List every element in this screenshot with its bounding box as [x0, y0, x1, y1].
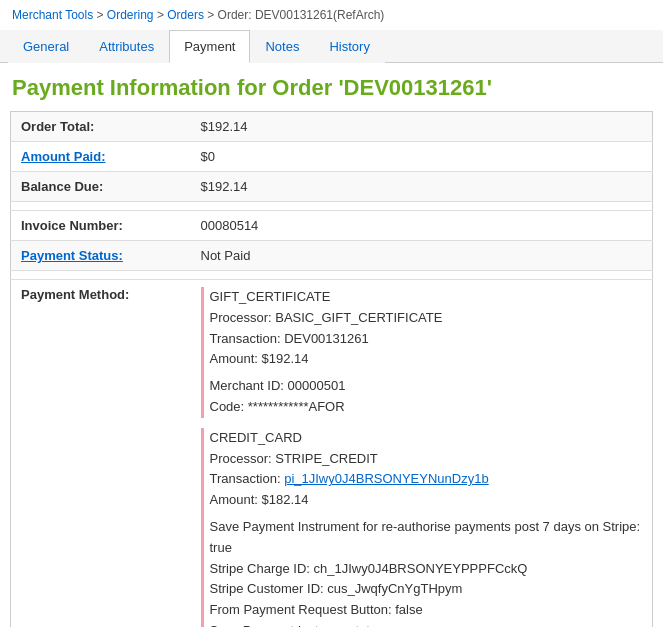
pm-line: Amount: $182.14 — [210, 490, 643, 511]
pm-line: Transaction: pi_1JIwy0J4BRSONYEYNunDzy1b — [210, 469, 643, 490]
tab-attributes[interactable]: Attributes — [84, 30, 169, 63]
field-value-invoice-number: 00080514 — [191, 211, 653, 241]
breadcrumb-current: Order: DEV00131261(RefArch) — [218, 8, 385, 22]
field-label-payment-status: Payment Status: — [11, 241, 191, 271]
pm-line: Processor: BASIC_GIFT_CERTIFICATE — [210, 308, 643, 329]
field-value-balance-due: $192.14 — [191, 172, 653, 202]
pm-line: Stripe Charge ID: ch_1JIwy0J4BRSONYEYPPP… — [210, 559, 643, 580]
field-label-invoice-number: Invoice Number: — [11, 211, 191, 241]
field-value-payment-status: Not Paid — [191, 241, 653, 271]
table-row: Balance Due: $192.14 — [11, 172, 653, 202]
pm-line: Merchant ID: 00000501 — [210, 376, 643, 397]
payment-status-link[interactable]: Payment Status: — [21, 248, 123, 263]
tab-payment[interactable]: Payment — [169, 30, 250, 63]
field-label-balance-due: Balance Due: — [11, 172, 191, 202]
field-label-payment-method: Payment Method: — [11, 280, 191, 628]
table-row: Order Total: $192.14 — [11, 112, 653, 142]
transaction-link[interactable]: pi_1JIwy0J4BRSONYEYNunDzy1b — [284, 471, 488, 486]
pm-line: CREDIT_CARD — [210, 428, 643, 449]
payment-section-gift: GIFT_CERTIFICATE Processor: BASIC_GIFT_C… — [201, 287, 643, 418]
breadcrumb-sep-1: > — [97, 8, 107, 22]
field-value-order-total: $192.14 — [191, 112, 653, 142]
tab-notes[interactable]: Notes — [250, 30, 314, 63]
breadcrumb: Merchant Tools > Ordering > Orders > Ord… — [0, 0, 663, 30]
spacer-row — [11, 202, 653, 211]
pm-line: Stripe Customer ID: cus_JwqfyCnYgTHpym — [210, 579, 643, 600]
breadcrumb-orders[interactable]: Orders — [167, 8, 204, 22]
breadcrumb-sep-3: > — [207, 8, 217, 22]
field-value-amount-paid: $0 — [191, 142, 653, 172]
pm-line: GIFT_CERTIFICATE — [210, 287, 643, 308]
page-title: Payment Information for Order 'DEV001312… — [0, 63, 663, 111]
table-row: Invoice Number: 00080514 — [11, 211, 653, 241]
breadcrumb-merchant-tools[interactable]: Merchant Tools — [12, 8, 93, 22]
pm-line: From Payment Request Button: false — [210, 600, 643, 621]
tab-general[interactable]: General — [8, 30, 84, 63]
tabs-bar: General Attributes Payment Notes History — [0, 30, 663, 63]
field-value-payment-method: GIFT_CERTIFICATE Processor: BASIC_GIFT_C… — [191, 280, 653, 628]
field-label-amount-paid: Amount Paid: — [11, 142, 191, 172]
pm-line: Amount: $192.14 — [210, 349, 643, 370]
pm-line: Transaction: DEV00131261 — [210, 329, 643, 350]
breadcrumb-ordering[interactable]: Ordering — [107, 8, 154, 22]
spacer-row-2 — [11, 271, 653, 280]
table-row: Amount Paid: $0 — [11, 142, 653, 172]
pm-line: Save Payment Instrument for re-authorise… — [210, 517, 643, 559]
field-label-order-total: Order Total: — [11, 112, 191, 142]
payment-info-table: Order Total: $192.14 Amount Paid: $0 Bal… — [10, 111, 653, 627]
pm-line: Save Payment Instrument: true — [210, 621, 643, 627]
tab-history[interactable]: History — [314, 30, 384, 63]
payment-method-block: GIFT_CERTIFICATE Processor: BASIC_GIFT_C… — [201, 287, 643, 627]
amount-paid-link[interactable]: Amount Paid: — [21, 149, 106, 164]
breadcrumb-sep-2: > — [157, 8, 167, 22]
table-row: Payment Status: Not Paid — [11, 241, 653, 271]
payment-section-credit: CREDIT_CARD Processor: STRIPE_CREDIT Tra… — [201, 428, 643, 627]
pm-line: Processor: STRIPE_CREDIT — [210, 449, 643, 470]
pm-line: Code: ************AFOR — [210, 397, 643, 418]
table-row-payment-method: Payment Method: GIFT_CERTIFICATE Process… — [11, 280, 653, 628]
